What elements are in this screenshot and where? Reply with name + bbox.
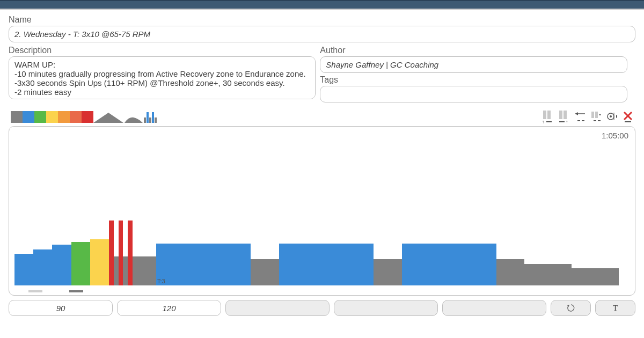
description-textarea[interactable] (9, 56, 316, 99)
svg-rect-19 (582, 120, 584, 121)
author-input[interactable] (320, 56, 627, 73)
segment-label: T:3 (157, 278, 165, 284)
nudge-up-right-button[interactable]: ↑ (558, 110, 569, 123)
svg-rect-7 (543, 111, 546, 119)
description-label: Description (9, 46, 316, 55)
stretch-horizontal-button[interactable] (574, 110, 585, 123)
svg-rect-6 (155, 117, 157, 123)
workout-segment-13[interactable] (251, 259, 279, 285)
svg-rect-11 (559, 111, 562, 119)
svg-text:↑: ↑ (542, 119, 545, 123)
interval-icon[interactable] (144, 111, 158, 123)
value-2-button[interactable]: 120 (117, 300, 221, 316)
shift-right-button[interactable] (590, 110, 601, 123)
workout-segment-14[interactable] (279, 244, 374, 285)
workout-segment-10[interactable] (133, 256, 137, 285)
palette-color-0[interactable] (11, 111, 23, 123)
window-title-bar (0, 0, 644, 10)
loop-icon (567, 304, 575, 312)
workout-segment-11[interactable] (137, 256, 156, 285)
name-field-group: Name (9, 15, 635, 42)
svg-marker-16 (575, 112, 578, 115)
svg-rect-32 (625, 121, 631, 122)
text-button[interactable]: T (595, 300, 635, 316)
svg-rect-20 (591, 112, 594, 118)
ramp-up-icon[interactable] (93, 111, 108, 123)
empty-button-1[interactable] (225, 300, 330, 316)
author-label: Author (320, 46, 627, 55)
svg-rect-4 (149, 117, 151, 123)
tags-label: Tags (320, 75, 627, 85)
delete-button[interactable] (623, 110, 633, 123)
svg-rect-24 (594, 120, 596, 121)
svg-point-27 (610, 115, 612, 117)
description-field-group: Description (9, 46, 316, 102)
workout-segment-9[interactable] (128, 221, 133, 286)
palette-color-4[interactable] (58, 111, 70, 123)
workout-segment-7[interactable] (119, 221, 123, 286)
workout-segment-2[interactable] (52, 245, 71, 285)
palette-color-2[interactable] (34, 111, 46, 123)
svg-marker-1 (108, 113, 123, 123)
svg-rect-25 (598, 120, 601, 121)
workout-segment-18[interactable] (524, 264, 572, 286)
workout-segment-4[interactable] (90, 239, 109, 285)
tags-field-group: Tags (320, 75, 627, 102)
svg-marker-0 (93, 113, 108, 123)
svg-marker-29 (616, 115, 617, 118)
empty-button-2[interactable] (334, 300, 438, 316)
ramp-down-icon[interactable] (108, 111, 123, 123)
svg-rect-3 (147, 112, 149, 123)
tags-input[interactable] (320, 86, 627, 102)
workout-chart[interactable]: 1:05:00 T:3 (9, 126, 635, 296)
workout-segment-8[interactable] (123, 256, 128, 285)
loop-button[interactable] (551, 300, 591, 316)
bottom-controls: 90 120 T (9, 300, 635, 316)
svg-rect-2 (144, 117, 146, 123)
name-input[interactable] (9, 26, 635, 42)
empty-button-3[interactable] (442, 300, 546, 316)
svg-rect-21 (595, 112, 598, 118)
repeat-button[interactable] (606, 110, 617, 123)
palette-color-6[interactable] (82, 111, 93, 123)
palette-right: ↑ ↑ (542, 110, 633, 123)
hill-icon[interactable] (125, 111, 143, 123)
workout-segment-3[interactable] (71, 242, 90, 285)
nudge-up-left-button[interactable]: ↑ (542, 110, 553, 123)
workout-segment-17[interactable] (496, 259, 525, 285)
palette-color-3[interactable] (46, 111, 58, 123)
svg-rect-8 (547, 111, 551, 119)
svg-rect-13 (559, 121, 565, 122)
palette-color-1[interactable] (23, 111, 34, 123)
author-field-group: Author (320, 46, 627, 73)
svg-rect-10 (546, 121, 552, 122)
palette-left (11, 108, 158, 123)
workout-segment-1[interactable] (33, 249, 52, 286)
workout-segment-19[interactable] (572, 268, 619, 285)
value-1-button[interactable]: 90 (9, 300, 113, 316)
svg-rect-12 (564, 111, 567, 119)
palette-toolbar: ↑ ↑ (9, 108, 635, 123)
svg-rect-18 (577, 120, 580, 121)
svg-text:↑: ↑ (566, 119, 568, 123)
workout-segment-0[interactable] (14, 254, 33, 285)
svg-rect-5 (152, 112, 154, 123)
workout-segment-16[interactable] (402, 244, 496, 285)
palette-color-5[interactable] (70, 111, 82, 123)
workout-segment-5[interactable] (109, 221, 114, 286)
workout-segment-15[interactable] (374, 259, 402, 285)
workout-segment-6[interactable] (114, 256, 119, 285)
workout-segment-12[interactable]: T:3 (156, 244, 251, 285)
name-label: Name (9, 15, 635, 25)
